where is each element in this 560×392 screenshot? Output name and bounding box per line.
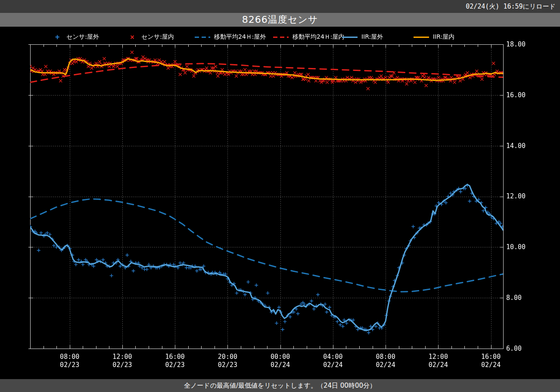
legend-marker-solid-icon xyxy=(342,37,358,38)
reset-notice-text: 全ノードの最高値/最低値をリセットします。（24日 00時00分） xyxy=(184,382,376,390)
legend-label: センサ:屋内 xyxy=(141,33,174,41)
temperature-chart-canvas xyxy=(0,27,560,379)
chart-legend: +センサ:屋外×センサ:屋内移動平均24Ｈ:屋外移動平均24Ｈ:屋内IIR:屋外… xyxy=(0,33,560,41)
legend-item-sensor-indoor: ×センサ:屋内 xyxy=(130,33,174,41)
legend-marker-solid-icon xyxy=(414,37,429,38)
legend-item-iir-outdoor: IIR:屋外 xyxy=(342,33,383,41)
bottom-bar: 全ノードの最高値/最低値をリセットします。（24日 00時00分） xyxy=(0,379,560,392)
title-bar: 8266温度センサ xyxy=(0,13,560,27)
legend-item-ma24h-outdoor: 移動平均24Ｈ:屋外 xyxy=(195,33,266,41)
legend-label: 移動平均24Ｈ:屋外 xyxy=(214,33,266,41)
legend-marker-cross-icon: × xyxy=(130,34,134,40)
chart-area: +センサ:屋外×センサ:屋内移動平均24Ｈ:屋外移動平均24Ｈ:屋内IIR:屋外… xyxy=(0,27,560,379)
legend-label: センサ:屋外 xyxy=(66,33,99,41)
page-title: 8266温度センサ xyxy=(242,13,318,26)
legend-label: IIR:屋内 xyxy=(433,33,454,41)
legend-item-iir-indoor: IIR:屋内 xyxy=(414,33,454,41)
top-bar: 02/24(火) 16:59にリロード xyxy=(0,0,560,13)
legend-item-sensor-outdoor: +センサ:屋外 xyxy=(55,33,99,41)
legend-marker-dashed-icon xyxy=(195,37,210,38)
legend-item-ma24h-indoor: 移動平均24Ｈ:屋内 xyxy=(273,33,345,41)
legend-label: 移動平均24Ｈ:屋内 xyxy=(292,33,345,41)
legend-label: IIR:屋外 xyxy=(361,33,383,41)
reload-status-text: 02/24(火) 16:59にリロード xyxy=(466,3,556,11)
legend-marker-dashed-icon xyxy=(273,37,289,38)
legend-marker-plus-icon: + xyxy=(55,34,59,40)
